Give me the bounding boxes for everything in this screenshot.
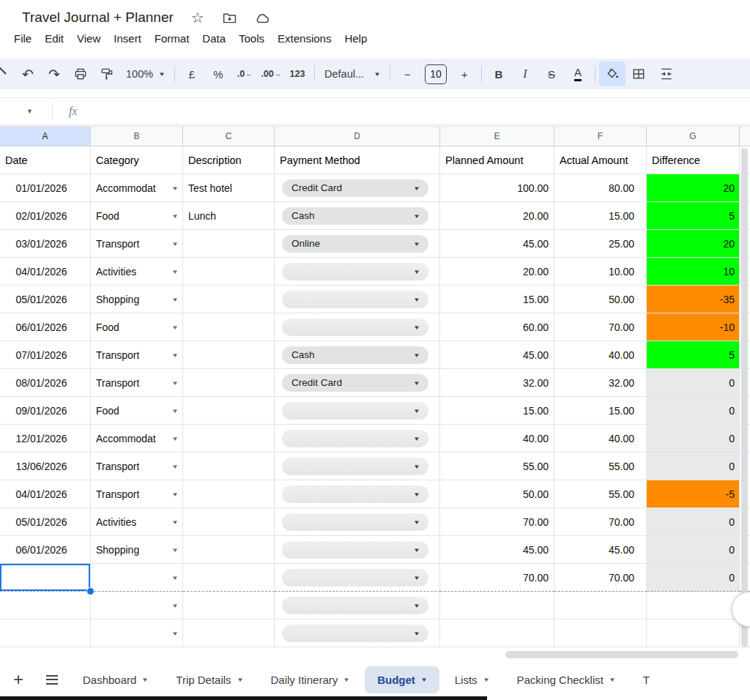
menu-help[interactable]: Help: [338, 29, 374, 48]
tab-packing-checklist[interactable]: Packing Checklist▼: [505, 666, 628, 693]
payment-method-chip[interactable]: Credit Card▼: [282, 179, 428, 197]
increase-font-size-button[interactable]: +: [451, 62, 478, 86]
cell-C6[interactable]: [183, 286, 275, 313]
dropdown-arrow-icon[interactable]: ▼: [171, 491, 179, 497]
text-color-button[interactable]: A: [565, 62, 591, 86]
cell-E5[interactable]: 20.00: [440, 258, 554, 286]
dropdown-arrow-icon[interactable]: ▼: [171, 185, 179, 191]
payment-method-chip[interactable]: Cash▼: [282, 207, 428, 225]
cell-D2[interactable]: Credit Card▼: [275, 174, 440, 202]
cell-A15[interactable]: 06/01/2026: [0, 536, 91, 564]
cell-G15[interactable]: 0: [647, 536, 740, 564]
menu-format[interactable]: Format: [148, 29, 196, 48]
column-header-F[interactable]: F: [554, 126, 647, 146]
cell-F9[interactable]: 32.00: [554, 369, 647, 397]
tab-trip-details[interactable]: Trip Details▼: [163, 666, 255, 693]
cell-F3[interactable]: 15.00: [554, 202, 647, 230]
dropdown-arrow-icon[interactable]: ▼: [171, 268, 179, 275]
decrease-font-size-button[interactable]: −: [394, 62, 420, 86]
payment-method-chip[interactable]: Online▼: [282, 235, 428, 253]
payment-method-chip[interactable]: ▼: [282, 569, 428, 587]
cell-C15[interactable]: [183, 536, 275, 564]
cell-F15[interactable]: 45.00: [554, 536, 647, 564]
cell-G4[interactable]: 20: [647, 230, 740, 258]
cell-D16[interactable]: ▼: [275, 564, 440, 592]
cell-F4[interactable]: 25.00: [554, 230, 647, 258]
merge-cells-button[interactable]: [653, 62, 680, 86]
cell-C2[interactable]: Test hotel: [183, 174, 275, 202]
cell-C14[interactable]: [183, 508, 275, 536]
cell-D4[interactable]: Online▼: [275, 230, 440, 258]
payment-method-chip[interactable]: ▼: [282, 430, 428, 447]
field-payment-method[interactable]: Payment Method: [275, 146, 440, 174]
cell-G14[interactable]: 0: [647, 508, 740, 536]
dropdown-arrow-icon[interactable]: ▼: [171, 546, 179, 553]
print-button[interactable]: [67, 62, 94, 86]
tab-lists[interactable]: Lists▼: [442, 666, 502, 693]
cell-G10[interactable]: 0: [647, 397, 740, 425]
cell-B14[interactable]: Activities▼: [91, 508, 183, 536]
cell-B3[interactable]: Food▼: [91, 202, 183, 230]
cell-G16[interactable]: 0: [647, 564, 740, 592]
cell-B9[interactable]: Transport▼: [91, 369, 183, 397]
cell-F5[interactable]: 10.00: [554, 258, 647, 286]
dropdown-arrow-icon[interactable]: ▼: [171, 435, 179, 442]
column-header-E[interactable]: E: [440, 126, 554, 146]
cell-E10[interactable]: 15.00: [440, 397, 554, 425]
field-difference[interactable]: Difference: [647, 146, 740, 174]
menu-data[interactable]: Data: [196, 29, 232, 48]
menu-insert[interactable]: Insert: [107, 29, 148, 48]
cell-E8[interactable]: 45.00: [440, 341, 554, 369]
borders-button[interactable]: [625, 62, 652, 86]
cell-G3[interactable]: 5: [647, 202, 740, 230]
tab-daily-itinerary[interactable]: Daily Itinerary▼: [259, 666, 363, 693]
cell-F10[interactable]: 15.00: [554, 397, 647, 425]
dropdown-arrow-icon[interactable]: ▼: [171, 212, 179, 219]
cell-B4[interactable]: Transport▼: [91, 230, 183, 258]
column-header-G[interactable]: G: [647, 126, 740, 146]
cell-C8[interactable]: [183, 341, 275, 369]
cell-C4[interactable]: [183, 230, 275, 258]
payment-method-chip[interactable]: ▼: [282, 319, 428, 336]
italic-button[interactable]: I: [512, 62, 538, 86]
payment-method-chip[interactable]: ▼: [282, 513, 428, 531]
menu-edit[interactable]: Edit: [38, 29, 70, 48]
all-sheets-menu-icon[interactable]: [40, 667, 64, 692]
cell-G7[interactable]: -10: [647, 313, 740, 341]
more-number-formats-button[interactable]: 123: [284, 62, 311, 86]
cell-B16[interactable]: ▼: [91, 564, 183, 592]
cell-D9[interactable]: Credit Card▼: [275, 369, 440, 397]
undo-button[interactable]: ↶: [15, 62, 41, 86]
cell-B12[interactable]: Transport▼: [91, 453, 183, 480]
column-header-partial[interactable]: [740, 126, 750, 146]
format-percent-button[interactable]: %: [205, 62, 231, 86]
cell-B2[interactable]: Accommodat▼: [91, 174, 183, 202]
cell-E11[interactable]: 40.00: [440, 425, 554, 453]
cell-D7[interactable]: ▼: [275, 313, 440, 341]
cell-B7[interactable]: Food▼: [91, 313, 183, 341]
cell-G17[interactable]: [647, 592, 740, 619]
payment-method-chip[interactable]: ▼: [282, 291, 428, 308]
menu-file[interactable]: File: [7, 29, 38, 48]
dropdown-arrow-icon[interactable]: ▼: [171, 324, 179, 330]
cell-D3[interactable]: Cash▼: [275, 202, 440, 230]
cloud-saved-icon[interactable]: [254, 10, 270, 26]
dropdown-arrow-icon[interactable]: ▼: [171, 407, 179, 414]
payment-method-chip[interactable]: ▼: [282, 541, 428, 559]
increase-decimals-button[interactable]: .00→: [258, 62, 284, 86]
payment-method-chip[interactable]: ▼: [282, 485, 428, 503]
cell-A2[interactable]: 01/01/2026: [0, 174, 91, 202]
add-sheet-button[interactable]: +: [6, 667, 31, 692]
payment-method-chip[interactable]: Credit Card▼: [282, 374, 428, 392]
cell-D11[interactable]: ▼: [275, 425, 440, 453]
cell-F16[interactable]: 70.00: [554, 564, 647, 592]
cell-A10[interactable]: 09/01/2026: [0, 397, 91, 425]
menu-extensions[interactable]: Extensions: [271, 29, 338, 48]
menu-view[interactable]: View: [70, 29, 107, 48]
cell-D5[interactable]: ▼: [275, 258, 440, 286]
cell-A7[interactable]: 06/01/2026: [0, 313, 91, 341]
cell-A8[interactable]: 07/01/2026: [0, 341, 91, 369]
cell-A4[interactable]: 03/01/2026: [0, 230, 91, 258]
cell-D15[interactable]: ▼: [275, 536, 440, 564]
cell-G6[interactable]: -35: [647, 286, 740, 313]
